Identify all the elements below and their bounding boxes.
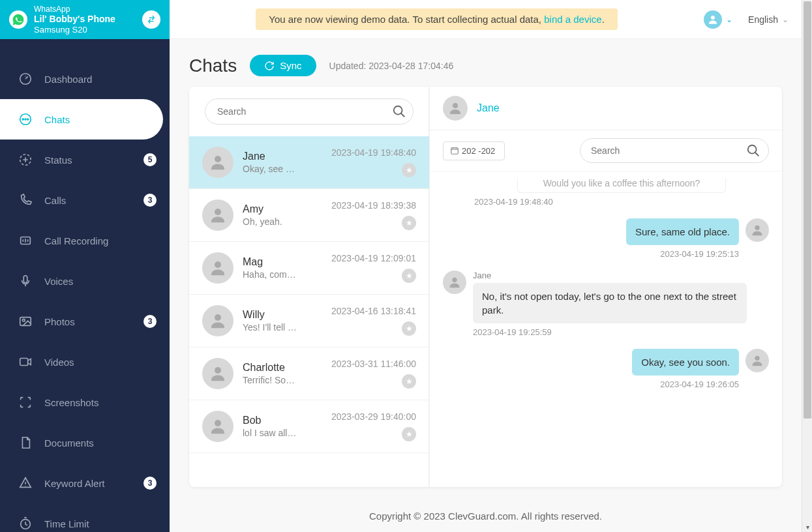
scrollbar-thumb[interactable]	[804, 1, 811, 419]
sidebar-header: WhatsApp Lil' Bobby's Phone Samsung S20	[0, 0, 170, 39]
footer: Copyright © 2023 ClevGuard.com. All righ…	[170, 500, 802, 532]
nav-label: Status	[44, 155, 72, 166]
user-avatar-icon	[704, 10, 722, 29]
chat-preview: Terrific! So…	[243, 375, 301, 385]
svg-rect-9	[20, 359, 28, 366]
chat-preview: Okay, see …	[243, 164, 301, 174]
nav-label: Photos	[44, 316, 75, 327]
message-search-input[interactable]	[580, 138, 769, 163]
svg-point-24	[755, 356, 759, 361]
language-menu[interactable]: English ⌄	[748, 14, 789, 25]
nav-label: Call Recording	[44, 235, 108, 246]
sidebar-item-documents[interactable]: Documents	[0, 422, 170, 463]
chat-detail-header: Jane	[430, 87, 782, 130]
recording-icon	[18, 233, 33, 248]
nav-label: Calls	[44, 195, 66, 206]
documents-icon	[18, 436, 33, 450]
contact-avatar	[202, 147, 233, 178]
sidebar-item-call-recording[interactable]: Call Recording	[0, 220, 170, 261]
banner-text: You are now viewing demo data. To start …	[269, 14, 544, 25]
chat-name: Willy	[243, 309, 331, 321]
nav-label: Screenshots	[44, 397, 98, 408]
device-name-label: Lil' Bobby's Phone	[34, 14, 142, 25]
user-menu[interactable]: ⌄	[704, 10, 732, 29]
svg-point-19	[453, 103, 458, 108]
nav-badge: 5	[143, 153, 157, 166]
star-icon[interactable]: ★	[402, 321, 416, 336]
status-icon	[18, 153, 33, 167]
chat-list-item[interactable]: Mag Haha, com… 2023-04-19 12:09:01 ★	[189, 242, 429, 295]
chat-name: Charlotte	[243, 362, 331, 374]
sync-button[interactable]: Sync	[250, 55, 316, 76]
chat-search-input[interactable]	[205, 98, 414, 125]
svg-rect-6	[23, 276, 27, 283]
contact-avatar	[202, 358, 233, 389]
date-value: 202 -202	[462, 146, 495, 156]
search-icon[interactable]	[391, 104, 407, 119]
chat-icon	[18, 112, 33, 126]
nav-label: Documents	[44, 437, 94, 449]
message-time: 2023-04-19 19:25:59	[473, 327, 747, 337]
bind-device-link[interactable]: bind a device	[544, 14, 601, 25]
chat-time: 2023-04-19 19:48:40	[331, 147, 416, 158]
videos-icon	[18, 355, 33, 369]
svg-point-4	[27, 119, 29, 120]
scrollbar[interactable]: ▴ ▾	[802, 0, 812, 532]
calls-icon	[18, 193, 33, 207]
nav-badge: 3	[143, 477, 157, 490]
sidebar-item-voices[interactable]: Voices	[0, 261, 170, 301]
chat-time: 2023-04-19 12:09:01	[331, 253, 416, 263]
star-icon[interactable]: ★	[402, 163, 416, 177]
sidebar-item-screenshots[interactable]: Screenshots	[0, 382, 170, 422]
chat-time: 2023-04-16 13:18:41	[331, 306, 416, 316]
star-icon[interactable]: ★	[402, 427, 416, 441]
nav-label: Voices	[44, 276, 73, 287]
chat-name: Bob	[243, 415, 331, 426]
chat-time: 2023-03-31 11:46:00	[331, 359, 416, 369]
whatsapp-icon	[9, 10, 27, 29]
message-time: 2023-04-19 19:25:13	[626, 249, 739, 259]
chat-name: Jane	[243, 151, 331, 162]
star-icon[interactable]: ★	[402, 216, 416, 230]
chat-list-item[interactable]: Charlotte Terrific! So… 2023-03-31 11:46…	[189, 347, 429, 400]
sync-icon	[264, 61, 275, 71]
scroll-down-icon[interactable]: ▾	[802, 522, 812, 532]
star-icon[interactable]: ★	[402, 374, 416, 389]
nav-label: Time Limit	[44, 518, 89, 529]
sidebar-item-dashboard[interactable]: Dashboard	[0, 59, 170, 99]
contact-avatar	[443, 96, 468, 121]
sidebar: WhatsApp Lil' Bobby's Phone Samsung S20 …	[0, 0, 170, 532]
sidebar-item-keyword-alert[interactable]: Keyword Alert3	[0, 463, 170, 503]
chat-list-item[interactable]: Willy Yes! I'll tell … 2023-04-16 13:18:…	[189, 295, 429, 347]
date-range-input[interactable]: 202 -202	[443, 141, 505, 160]
topbar: You are now viewing demo data. To start …	[170, 0, 802, 39]
chat-list-item[interactable]: Jane Okay, see … 2023-04-19 19:48:40 ★	[189, 136, 429, 189]
swap-device-button[interactable]	[142, 10, 160, 29]
sidebar-item-chats[interactable]: Chats	[0, 99, 163, 140]
svg-point-16	[215, 314, 221, 321]
star-icon[interactable]: ★	[402, 269, 416, 283]
sidebar-item-videos[interactable]: Videos	[0, 342, 170, 382]
search-icon[interactable]	[745, 143, 761, 158]
chat-detail: Jane 202 -202 Woul	[429, 87, 782, 487]
chat-list-item[interactable]: Bob lol I saw all… 2023-03-29 19:40:00 ★	[189, 400, 429, 453]
chevron-down-icon: ⌄	[782, 15, 789, 24]
content-header: Chats Sync Updated: 2023-04-28 17:04:46	[170, 39, 802, 87]
timer-icon	[18, 516, 33, 531]
nav-label: Keyword Alert	[44, 478, 105, 489]
svg-point-18	[215, 420, 221, 426]
sidebar-item-status[interactable]: Status5	[0, 140, 170, 180]
svg-point-23	[452, 278, 457, 282]
message-row: Okay, see you soon. 2023-04-19 19:26:05	[443, 349, 769, 389]
chat-time: 2023-04-19 18:39:38	[331, 200, 416, 211]
svg-point-3	[25, 119, 26, 120]
message-bubble: Sure, same old place.	[626, 218, 739, 245]
sidebar-item-time-limit[interactable]: Time Limit	[0, 503, 170, 532]
cutoff-time: 2023-04-19 19:48:40	[443, 193, 769, 207]
page-title: Chats	[189, 55, 237, 76]
svg-point-12	[394, 106, 402, 115]
sidebar-item-photos[interactable]: Photos3	[0, 301, 170, 342]
screenshots-icon	[18, 395, 33, 409]
chat-list-item[interactable]: Amy Oh, yeah. 2023-04-19 18:39:38 ★	[189, 189, 429, 242]
sidebar-item-calls[interactable]: Calls3	[0, 180, 170, 220]
